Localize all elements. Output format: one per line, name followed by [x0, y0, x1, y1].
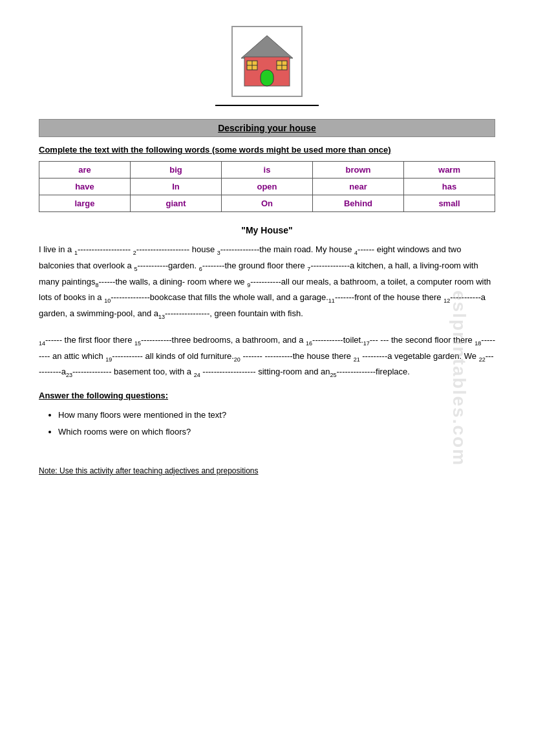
- word-cell: are: [39, 162, 131, 178]
- word-table: are big is brown warm have In open near …: [39, 161, 495, 212]
- section-title: Describing your house: [39, 119, 495, 137]
- word-cell: brown: [313, 162, 404, 178]
- word-cell: giant: [131, 195, 222, 212]
- word-cell: large: [39, 195, 131, 212]
- word-cell: small: [404, 195, 495, 212]
- svg-marker-0: [241, 36, 293, 58]
- word-cell: have: [39, 178, 131, 195]
- story-paragraph-1: I live in a 1------------------- 2------…: [39, 242, 495, 322]
- instruction-text: Complete the text with the following wor…: [39, 145, 495, 155]
- word-cell: near: [313, 178, 404, 195]
- questions-list: How many floors were mentioned in the te…: [39, 407, 495, 440]
- word-row-1: are big is brown warm: [39, 162, 495, 178]
- questions-title: Answer the following questions:: [39, 391, 495, 400]
- questions-section: Answer the following questions: How many…: [39, 391, 495, 440]
- word-cell: has: [404, 178, 495, 195]
- question-item-1: How many floors were mentioned in the te…: [58, 407, 495, 424]
- word-cell: open: [222, 178, 313, 195]
- word-cell: In: [131, 178, 222, 195]
- house-image: [231, 26, 303, 97]
- title-underline: [215, 105, 319, 106]
- word-cell: warm: [404, 162, 495, 178]
- word-cell: Behind: [313, 195, 404, 212]
- story-paragraph-2: 14------ the first floor there 15-------…: [39, 332, 495, 380]
- word-row-2: have In open near has: [39, 178, 495, 195]
- header-section: [39, 26, 495, 106]
- story-title: "My House": [39, 225, 495, 235]
- svg-rect-2: [261, 70, 273, 86]
- note-text: Note: Use this activity after teaching a…: [39, 466, 495, 475]
- word-cell: On: [222, 195, 313, 212]
- house-svg: [238, 32, 296, 91]
- word-cell: is: [222, 162, 313, 178]
- question-item-2: Which rooms were on which floors?: [58, 424, 495, 440]
- word-row-3: large giant On Behind small: [39, 195, 495, 212]
- word-cell: big: [131, 162, 222, 178]
